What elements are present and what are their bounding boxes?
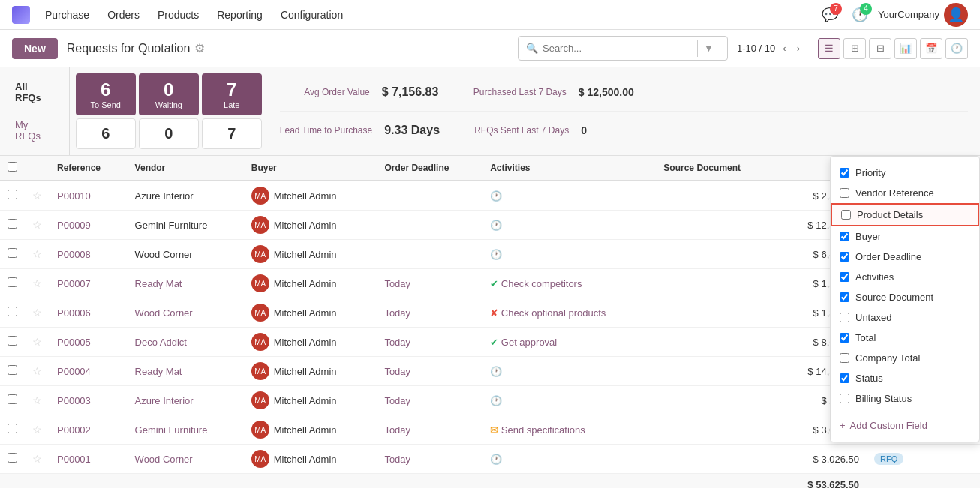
activity-link[interactable]: Check competitors <box>501 278 582 289</box>
reference-link[interactable]: P00003 <box>57 395 91 406</box>
col-chooser-item[interactable]: Source Document <box>831 287 979 307</box>
star-icon[interactable]: ☆ <box>32 219 42 231</box>
to-send-card[interactable]: 6 To Send <box>76 73 136 115</box>
col-chooser-item[interactable]: Vendor Reference <box>831 183 979 203</box>
star-icon[interactable]: ☆ <box>32 277 42 289</box>
col-checkbox-9[interactable] <box>840 353 849 363</box>
col-buyer[interactable]: Buyer <box>244 156 377 181</box>
row-checkbox[interactable] <box>8 394 17 404</box>
reference-link[interactable]: P00006 <box>57 307 91 319</box>
col-chooser-item[interactable]: Buyer <box>831 226 979 247</box>
reference-link[interactable]: P00004 <box>57 366 91 377</box>
col-checkbox-11[interactable] <box>840 394 849 403</box>
star-icon[interactable]: ☆ <box>32 190 42 202</box>
chat-notif-btn[interactable]: 💬 7 <box>818 3 842 27</box>
col-checkbox-10[interactable] <box>840 373 849 383</box>
activity-notif-btn[interactable]: 🕐 4 <box>848 3 872 27</box>
col-checkbox-8[interactable] <box>840 333 849 343</box>
my-waiting-card[interactable]: 0 <box>139 118 199 149</box>
col-deadline[interactable]: Order Deadline <box>377 156 482 181</box>
user-menu-btn[interactable]: YourCompany 👤 <box>878 3 968 27</box>
row-checkbox[interactable] <box>8 336 17 346</box>
col-checkbox-3[interactable] <box>840 232 849 241</box>
nav-products[interactable]: Products <box>149 0 208 30</box>
row-checkbox[interactable] <box>8 424 17 433</box>
chart-view-btn[interactable]: 📊 <box>894 38 917 59</box>
nav-purchase[interactable]: Purchase <box>36 0 98 30</box>
row-checkbox[interactable] <box>8 307 17 316</box>
vendor-link[interactable]: Wood Corner <box>135 307 193 319</box>
reference-link[interactable]: P00007 <box>57 278 91 289</box>
col-chooser-item[interactable]: Product Details <box>831 203 979 226</box>
list-view-btn[interactable]: ☰ <box>818 38 840 59</box>
star-icon[interactable]: ☆ <box>32 394 42 406</box>
col-checkbox-2[interactable] <box>841 210 851 220</box>
star-icon[interactable]: ☆ <box>32 336 42 348</box>
col-checkbox-1[interactable] <box>840 188 849 198</box>
col-checkbox-7[interactable] <box>840 313 849 322</box>
star-icon[interactable]: ☆ <box>32 307 42 319</box>
col-chooser-item[interactable]: Billing Status <box>831 388 979 409</box>
grid-view-btn[interactable]: ⊟ <box>869 38 891 59</box>
col-checkbox-5[interactable] <box>840 272 849 282</box>
vendor-link[interactable]: Wood Corner <box>135 454 193 465</box>
row-checkbox[interactable] <box>8 365 17 375</box>
col-chooser-item[interactable]: Order Deadline <box>831 247 979 267</box>
settings-icon[interactable]: ⚙ <box>194 41 205 55</box>
row-checkbox[interactable] <box>8 277 17 287</box>
reference-link[interactable]: P00008 <box>57 249 91 260</box>
col-checkbox-0[interactable] <box>840 168 849 178</box>
next-page-btn[interactable]: › <box>794 41 803 55</box>
activity-link[interactable]: Check optional products <box>501 307 606 319</box>
reference-link[interactable]: P00009 <box>57 220 91 231</box>
col-reference[interactable]: Reference <box>50 156 128 181</box>
select-all-checkbox[interactable] <box>8 162 17 172</box>
my-to-send-card[interactable]: 6 <box>76 118 136 149</box>
col-activities[interactable]: Activities <box>482 156 656 181</box>
my-late-card[interactable]: 7 <box>202 118 262 149</box>
star-icon[interactable]: ☆ <box>32 365 42 377</box>
row-checkbox[interactable] <box>8 248 17 258</box>
nav-configuration[interactable]: Configuration <box>272 0 352 30</box>
col-chooser-item[interactable]: Activities <box>831 267 979 287</box>
row-checkbox[interactable] <box>8 453 17 463</box>
vendor-link[interactable]: Ready Mat <box>135 278 182 289</box>
activity-link[interactable]: Send specifications <box>501 424 585 436</box>
calendar-view-btn[interactable]: 📅 <box>920 38 942 59</box>
col-chooser-item[interactable]: Untaxed <box>831 307 979 328</box>
search-dropdown-icon[interactable]: ▼ <box>697 40 720 57</box>
col-checkbox-4[interactable] <box>840 252 849 262</box>
star-icon[interactable]: ☆ <box>32 248 42 260</box>
col-chooser-item[interactable]: Priority <box>831 163 979 183</box>
my-rfqs-tab[interactable]: My RFQs <box>9 116 60 145</box>
star-icon[interactable]: ☆ <box>32 424 42 436</box>
row-checkbox[interactable] <box>8 190 17 199</box>
clock-view-btn[interactable]: 🕐 <box>945 38 968 59</box>
col-chooser-item[interactable]: Status <box>831 368 979 388</box>
col-checkbox-6[interactable] <box>840 292 849 302</box>
col-chooser-item[interactable]: Company Total <box>831 348 979 368</box>
late-card[interactable]: 7 Late <box>202 73 262 115</box>
nav-orders[interactable]: Orders <box>98 0 149 30</box>
activity-link[interactable]: Get approval <box>501 337 557 348</box>
vendor-link[interactable]: Gemini Furniture <box>135 424 208 436</box>
nav-reporting[interactable]: Reporting <box>208 0 272 30</box>
reference-link[interactable]: P00010 <box>57 190 91 202</box>
reference-link[interactable]: P00005 <box>57 337 91 348</box>
col-source[interactable]: Source Document <box>656 156 778 181</box>
row-checkbox[interactable] <box>8 219 17 229</box>
reference-link[interactable]: P00001 <box>57 454 91 465</box>
star-icon[interactable]: ☆ <box>32 453 42 465</box>
vendor-link[interactable]: Azure Interior <box>135 395 194 406</box>
prev-page-btn[interactable]: ‹ <box>780 41 789 55</box>
add-custom-field-btn[interactable]: +Add Custom Field <box>831 415 979 436</box>
waiting-card[interactable]: 0 Waiting <box>139 73 199 115</box>
kanban-view-btn[interactable]: ⊞ <box>843 38 866 59</box>
vendor-link[interactable]: Deco Addict <box>135 337 187 348</box>
col-vendor[interactable]: Vendor <box>128 156 244 181</box>
col-chooser-item[interactable]: Total <box>831 328 979 348</box>
reference-link[interactable]: P00002 <box>57 424 91 436</box>
vendor-link[interactable]: Ready Mat <box>135 366 182 377</box>
new-button[interactable]: New <box>12 38 58 59</box>
search-input[interactable] <box>543 43 697 54</box>
